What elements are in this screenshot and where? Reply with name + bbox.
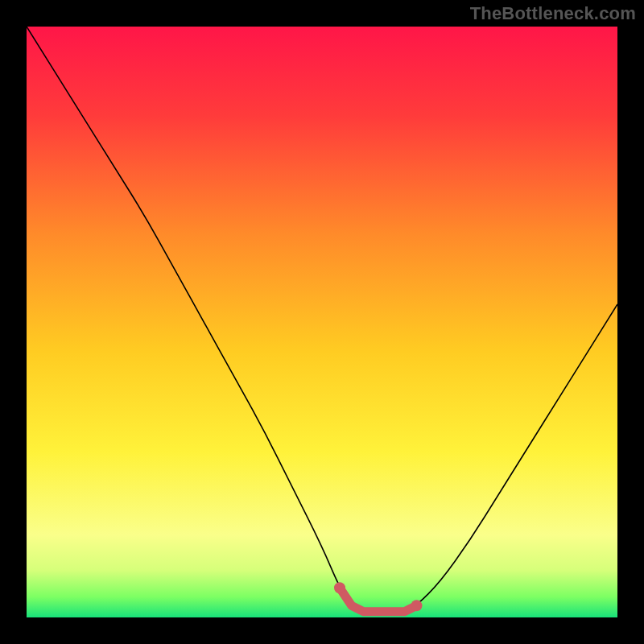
chart-frame: TheBottleneck.com [0, 0, 644, 644]
chart-svg [27, 27, 617, 617]
highlight-endpoint [334, 582, 345, 593]
highlight-endpoint [411, 600, 422, 611]
plot-area [27, 27, 617, 617]
watermark-text: TheBottleneck.com [470, 3, 636, 24]
svg-rect-0 [27, 27, 617, 617]
